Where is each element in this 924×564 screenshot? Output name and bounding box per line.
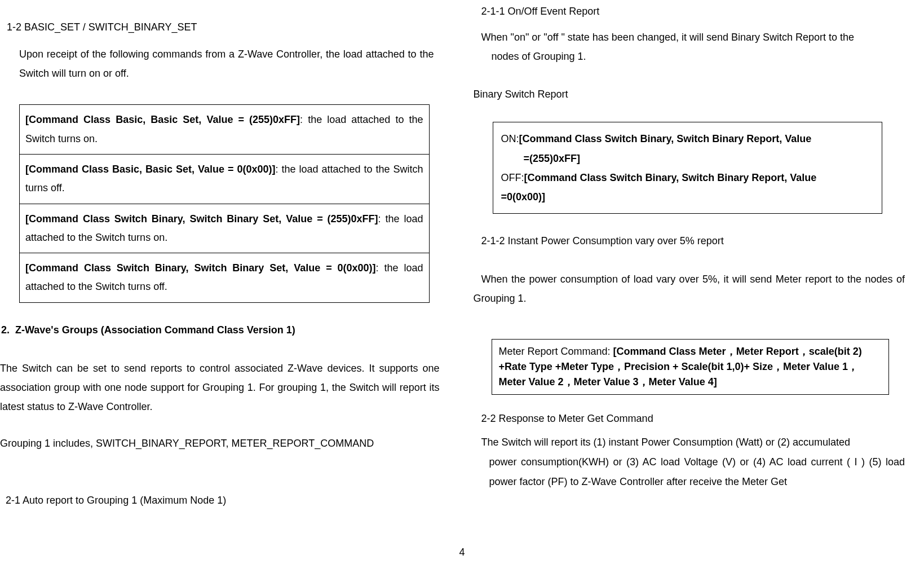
off-line: OFF:[Command Class Switch Binary, Switch… [501,168,874,187]
table-row: [Command Class Basic, Basic Set, Value =… [20,154,430,204]
command-text: [Command Class Switch Binary, Switch Bin… [25,213,378,224]
table-cell: [Command Class Switch Binary, Switch Bin… [20,204,430,253]
binary-switch-report-heading: Binary Switch Report [474,89,909,100]
on-command-l1: [Command Class Switch Binary, Switch Bin… [519,133,812,144]
on-line2: =(255)0xFF] [501,149,874,168]
heading-1-2: 1-2 BASIC_SET / SWITCH_BINARY_SET [7,21,440,33]
table-cell: [Command Class Basic, Basic Set, Value =… [20,154,430,204]
off-command-l2: =0(0x00)] [501,191,546,202]
table-cell: [Command Class Basic, Basic Set, Value =… [20,105,430,155]
off-command-l1: [Command Class Switch Binary, Switch Bin… [524,172,817,183]
meter-report-box: Meter Report Command: [Command Class Met… [492,339,890,395]
p211-line1: When "on" or "off " state has been chang… [481,32,855,43]
document-page: 1-2 BASIC_SET / SWITCH_BINARY_SET Upon r… [0,0,924,506]
command-text: [Command Class Switch Binary, Switch Bin… [25,262,376,274]
p211-line2: nodes of Grouping 1. [481,47,905,66]
command-text: [Command Class Basic, Basic Set, Value =… [25,114,300,125]
page-number: 4 [0,547,924,558]
heading-number: 2. [1,324,15,336]
paragraph-2-2: The Switch will report its (1) instant P… [481,433,909,492]
on-line: ON:[Command Class Switch Binary, Switch … [501,129,874,148]
heading-2-1-2: 2-1-2 Instant Power Consumption vary ove… [481,235,909,247]
right-column: 2-1-1 On/Off Event Report When "on" or "… [462,0,925,506]
table-row: [Command Class Switch Binary, Switch Bin… [20,204,430,253]
commands-table: [Command Class Basic, Basic Set, Value =… [19,104,430,302]
binary-switch-report-box: ON:[Command Class Switch Binary, Switch … [493,122,883,214]
table-row: [Command Class Basic, Basic Set, Value =… [20,105,430,155]
body-paragraph: The Switch can be set to send reports to… [0,359,440,417]
p22-line1: The Switch will report its (1) instant P… [481,437,851,448]
table-row: [Command Class Switch Binary, Switch Bin… [20,253,430,303]
heading-2-1-1: 2-1-1 On/Off Event Report [481,6,909,17]
left-column: 1-2 BASIC_SET / SWITCH_BINARY_SET Upon r… [0,0,462,506]
on-command-l2: =(255)0xFF] [524,153,581,164]
off-line2: =0(0x00)] [501,187,874,206]
paragraph-2-1-1: When "on" or "off " state has been chang… [481,28,909,66]
paragraph-2-1-2: When the power consumption of load vary … [474,270,909,308]
meter-report-prefix: Meter Report Command: [499,346,613,357]
command-text: [Command Class Basic, Basic Set, Value =… [25,164,276,175]
heading-2: 2.Z-Wave's Groups (Association Command C… [0,324,440,336]
heading-text: Z-Wave's Groups (Association Command Cla… [15,324,295,336]
heading-2-2: 2-2 Response to Meter Get Command [481,413,909,425]
p22-line2: power consumption(KWH) or (3) AC load Vo… [481,452,905,492]
on-prefix: ON: [501,133,519,144]
intro-paragraph: Upon receipt of the following commands f… [19,45,440,83]
off-prefix: OFF: [501,172,524,183]
p212-text: When the power consumption of load vary … [474,274,905,304]
heading-2-1: 2-1 Auto report to Grouping 1 (Maximum N… [6,495,440,506]
table-cell: [Command Class Switch Binary, Switch Bin… [20,253,430,303]
grouping-line: Grouping 1 includes, SWITCH_BINARY_REPOR… [0,438,440,450]
